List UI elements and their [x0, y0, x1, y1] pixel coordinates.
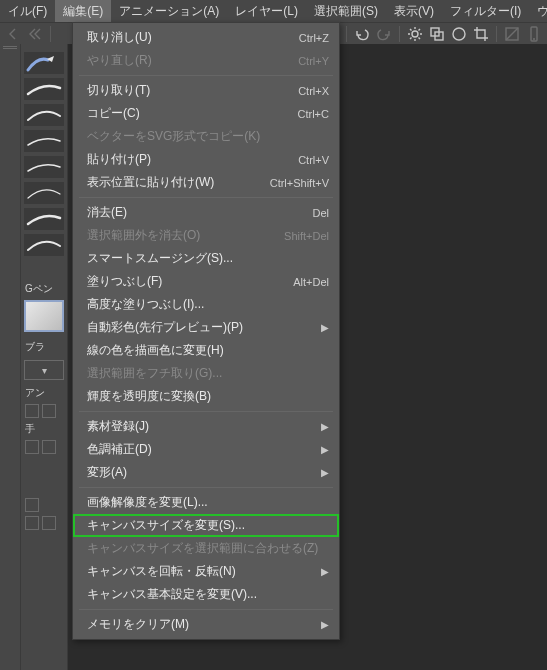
menu-window[interactable]: ウィンドウ: [529, 0, 547, 22]
menu-item[interactable]: 塗りつぶし(F)Alt+Del: [73, 270, 339, 293]
svg-line-13: [506, 28, 518, 40]
menu-item-label: 高度な塗りつぶし(I)...: [87, 296, 329, 313]
menu-filter[interactable]: フィルター(I): [442, 0, 529, 22]
menu-item-label: スマートスムージング(S)...: [87, 250, 329, 267]
toolbar-separator: [50, 26, 51, 42]
brush-mini-icon[interactable]: [42, 404, 56, 418]
brush-mini-icon[interactable]: [42, 440, 56, 454]
brush-preview-pen[interactable]: [24, 52, 64, 74]
toolbar-separator: [496, 26, 497, 42]
brush-mini-icon[interactable]: [42, 516, 56, 530]
menu-item-shortcut: Del: [312, 207, 329, 219]
menu-item[interactable]: 高度な塗りつぶし(I)...: [73, 293, 339, 316]
menubar: イル(F) 編集(E) アニメーション(A) レイヤー(L) 選択範囲(S) 表…: [0, 0, 547, 22]
brush-mini-icon[interactable]: [25, 516, 39, 530]
menu-item-shortcut: Ctrl+Y: [298, 55, 329, 67]
chevron-right-icon: ▶: [319, 421, 329, 432]
svg-point-11: [453, 28, 465, 40]
brush-preview-stroke-4[interactable]: [24, 156, 64, 178]
circle-icon[interactable]: [450, 25, 468, 43]
menu-item[interactable]: 色調補正(D)▶: [73, 438, 339, 461]
brush-size-box[interactable]: ▾: [24, 360, 64, 380]
menu-separator: [79, 75, 333, 76]
slash-rect-icon[interactable]: [503, 25, 521, 43]
toolbar-separator: [346, 26, 347, 42]
menu-item[interactable]: 画像解像度を変更(L)...: [73, 491, 339, 514]
brush-icon-row: [21, 402, 67, 420]
menu-animation[interactable]: アニメーション(A): [111, 0, 227, 22]
menu-item-label: キャンバスを回転・反転(N): [87, 563, 319, 580]
menu-layer[interactable]: レイヤー(L): [227, 0, 306, 22]
menu-item[interactable]: 変形(A)▶: [73, 461, 339, 484]
menu-item[interactable]: 貼り付け(P)Ctrl+V: [73, 148, 339, 171]
phone-icon[interactable]: [525, 25, 543, 43]
menu-item: ベクターをSVG形式でコピー(K): [73, 125, 339, 148]
chevron-left-double-icon[interactable]: [26, 25, 44, 43]
menu-item[interactable]: 素材登録(J)▶: [73, 415, 339, 438]
edit-menu-dropdown: 取り消し(U)Ctrl+Zやり直し(R)Ctrl+Y切り取り(T)Ctrl+Xコ…: [72, 22, 340, 640]
menu-item-shortcut: Alt+Del: [293, 276, 329, 288]
menu-item-label: キャンバス基本設定を変更(V)...: [87, 586, 329, 603]
menu-item-label: ベクターをSVG形式でコピー(K): [87, 128, 329, 145]
tool-strip: [0, 44, 21, 670]
crop-icon[interactable]: [472, 25, 490, 43]
menu-item[interactable]: キャンバス基本設定を変更(V)...: [73, 583, 339, 606]
menu-item-shortcut: Shift+Del: [284, 230, 329, 242]
menu-item-label: 表示位置に貼り付け(W): [87, 174, 260, 191]
menu-item[interactable]: 消去(E)Del: [73, 201, 339, 224]
menu-edit[interactable]: 編集(E): [55, 0, 111, 22]
rect-overlap-icon[interactable]: [428, 25, 446, 43]
brush-preview-stroke-6[interactable]: [24, 208, 64, 230]
brush-mini-icon[interactable]: [25, 498, 39, 512]
brush-icon-row: [21, 438, 67, 456]
menu-view[interactable]: 表示(V): [386, 0, 442, 22]
brush-mini-icon[interactable]: [25, 404, 39, 418]
menu-item[interactable]: キャンバスサイズを変更(S)...: [73, 514, 339, 537]
menu-item-label: 素材登録(J): [87, 418, 319, 435]
menu-item-label: メモリをクリア(M): [87, 616, 319, 633]
menu-item-label: 選択範囲をフチ取り(G)...: [87, 365, 329, 382]
brush-preview-stroke-1[interactable]: [24, 78, 64, 100]
menu-item-shortcut: Ctrl+Z: [299, 32, 329, 44]
menu-item-shortcut: Ctrl+X: [298, 85, 329, 97]
brush-thumbnail[interactable]: [24, 300, 64, 332]
menu-item-label: キャンバスサイズを選択範囲に合わせる(Z): [87, 540, 329, 557]
menu-file[interactable]: イル(F): [0, 0, 55, 22]
menu-item-label: キャンバスサイズを変更(S)...: [87, 517, 329, 534]
menu-item-shortcut: Ctrl+C: [298, 108, 329, 120]
menu-item[interactable]: 線の色を描画色に変更(H): [73, 339, 339, 362]
chevron-right-icon: ▶: [319, 467, 329, 478]
menu-item-label: 切り取り(T): [87, 82, 288, 99]
brush-preview-stroke-5[interactable]: [24, 182, 64, 204]
redo-icon[interactable]: [375, 25, 393, 43]
menu-item[interactable]: メモリをクリア(M)▶: [73, 613, 339, 636]
menu-item-label: 自動彩色(先行プレビュー)(P): [87, 319, 319, 336]
menu-item-label: 選択範囲外を消去(O): [87, 227, 274, 244]
menu-item-label: 貼り付け(P): [87, 151, 288, 168]
menu-item[interactable]: 表示位置に貼り付け(W)Ctrl+Shift+V: [73, 171, 339, 194]
menu-item: キャンバスサイズを選択範囲に合わせる(Z): [73, 537, 339, 560]
brush-mini-icon[interactable]: [25, 440, 39, 454]
menu-item: やり直し(R)Ctrl+Y: [73, 49, 339, 72]
panel-grip-icon[interactable]: [3, 46, 17, 50]
menu-item[interactable]: 輝度を透明度に変換(B): [73, 385, 339, 408]
menu-item[interactable]: 自動彩色(先行プレビュー)(P)▶: [73, 316, 339, 339]
menu-item-label: やり直し(R): [87, 52, 288, 69]
brush-preview-stroke-7[interactable]: [24, 234, 64, 256]
menu-selection[interactable]: 選択範囲(S): [306, 0, 386, 22]
brush-preview-stroke-2[interactable]: [24, 104, 64, 126]
undo-icon[interactable]: [353, 25, 371, 43]
brush-icon-row: [21, 514, 67, 532]
menu-item[interactable]: キャンバスを回転・反転(N)▶: [73, 560, 339, 583]
menu-item-label: 変形(A): [87, 464, 319, 481]
menu-item[interactable]: 切り取り(T)Ctrl+X: [73, 79, 339, 102]
menu-separator: [79, 197, 333, 198]
sun-icon[interactable]: [406, 25, 424, 43]
menu-item[interactable]: スマートスムージング(S)...: [73, 247, 339, 270]
chevron-right-icon: ▶: [319, 322, 329, 333]
menu-item[interactable]: 取り消し(U)Ctrl+Z: [73, 26, 339, 49]
brush-preview-stroke-3[interactable]: [24, 130, 64, 152]
chevron-left-icon[interactable]: [4, 25, 22, 43]
menu-item-label: 輝度を透明度に変換(B): [87, 388, 329, 405]
menu-item[interactable]: コピー(C)Ctrl+C: [73, 102, 339, 125]
